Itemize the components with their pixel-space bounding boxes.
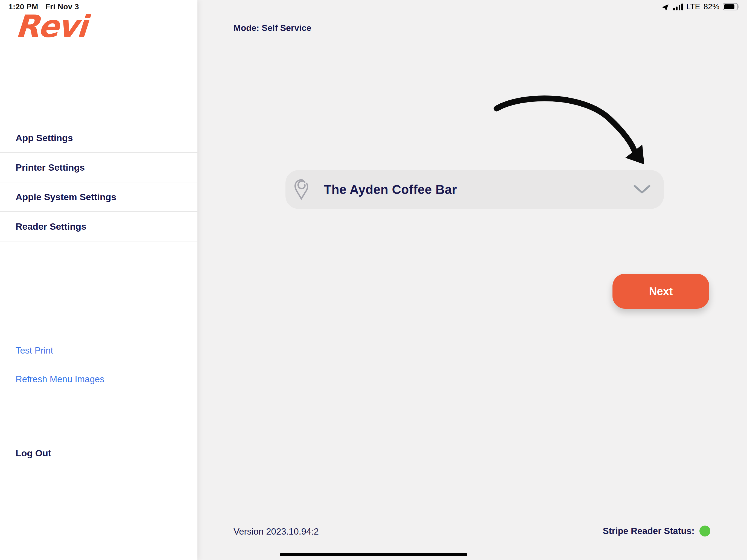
revi-logo-text: Revi xyxy=(15,11,87,42)
location-arrow-icon xyxy=(662,3,670,11)
next-button[interactable]: Next xyxy=(613,274,709,309)
stripe-reader-status: Stripe Reader Status: xyxy=(602,526,711,536)
status-green-dot xyxy=(699,526,711,536)
chevron-down-icon[interactable] xyxy=(633,184,651,195)
signal-bars-icon xyxy=(673,3,683,10)
refresh-menu-images-link[interactable]: Refresh Menu Images xyxy=(16,374,104,384)
sidebar-item-app-settings[interactable]: App Settings xyxy=(0,123,198,153)
location-pin-icon xyxy=(294,179,309,200)
location-dropdown-value: The Ayden Coffee Bar xyxy=(324,182,457,197)
test-print-link[interactable]: Test Print xyxy=(16,345,53,356)
revi-logo: Revi xyxy=(16,11,86,42)
sidebar-item-label: Reader Settings xyxy=(16,221,86,232)
main-panel: LTE 82% Mode: Self Service The Ayden Cof… xyxy=(198,0,747,560)
sidebar-item-printer-settings[interactable]: Printer Settings xyxy=(0,153,198,182)
home-indicator-bar[interactable] xyxy=(280,553,467,556)
settings-menu: App Settings Printer Settings Apple Syst… xyxy=(0,123,198,241)
mode-label: Mode: Self Service xyxy=(233,23,311,33)
location-dropdown[interactable]: The Ayden Coffee Bar xyxy=(285,170,664,209)
sidebar-item-reader-settings[interactable]: Reader Settings xyxy=(0,212,198,241)
battery-percent-label: 82% xyxy=(703,2,719,11)
sidebar: 1:20 PM Fri Nov 3 Revi App Settings Prin… xyxy=(0,0,198,560)
sidebar-item-label: Printer Settings xyxy=(16,162,85,173)
battery-icon xyxy=(723,3,739,10)
sidebar-item-apple-system-settings[interactable]: Apple System Settings xyxy=(0,182,198,212)
stripe-reader-status-label: Stripe Reader Status: xyxy=(602,526,695,536)
status-bar-right: LTE 82% xyxy=(662,2,739,11)
log-out-button[interactable]: Log Out xyxy=(16,448,51,459)
version-label: Version 2023.10.94:2 xyxy=(233,526,319,537)
sidebar-item-label: App Settings xyxy=(16,133,73,143)
network-type-label: LTE xyxy=(686,2,700,11)
annotation-arrow xyxy=(492,92,651,171)
sidebar-item-label: Apple System Settings xyxy=(16,192,116,202)
